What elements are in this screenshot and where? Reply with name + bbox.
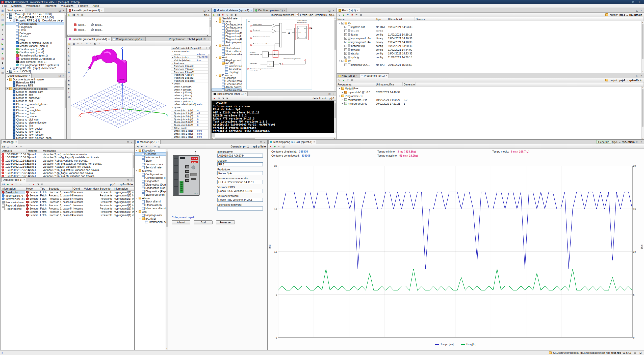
system-monitor-tree-item[interactable]: Generale asse (pow... xyxy=(212,83,242,86)
watch-icon[interactable]: ◨ xyxy=(36,183,40,186)
monitor-icon[interactable]: ▣ xyxy=(1,47,5,51)
chart-plot-area[interactable] xyxy=(278,166,633,338)
expander-icon[interactable]: ▼ xyxy=(338,95,341,97)
settings-tool-icon[interactable]: ▤ xyxy=(67,95,71,98)
documentation-icon[interactable]: ◪ xyxy=(1,66,5,70)
upload-icon[interactable]: ▲ xyxy=(342,13,346,17)
expander-icon[interactable]: ▼ xyxy=(172,83,174,84)
help-button[interactable]: ? xyxy=(296,13,299,16)
overflow-chevron-icon[interactable]: » xyxy=(2,351,3,354)
system-monitor-tree-item[interactable]: Diagnostica (Log) xyxy=(212,35,242,38)
file-checkbox[interactable]: ✓ xyxy=(344,45,347,47)
debugger-info-item[interactable]: Informazioni AF xyxy=(1,194,25,197)
documentation-tree-item[interactable]: Classe rc_axis xyxy=(6,93,66,96)
tab-programs[interactable]: Programmi (prj-1)× xyxy=(359,73,389,78)
myprogram2.r4a[interactable]: ✓myprogram2.r4a binary 19/04/2021 14:10:… xyxy=(337,40,644,44)
monitor-tree-item[interactable]: Stack allarmi xyxy=(135,200,168,203)
debugger-info-item[interactable]: Informazioni OB xyxy=(1,197,25,200)
tab-close-icon[interactable]: × xyxy=(284,9,285,12)
save-icon[interactable]: ◫ xyxy=(6,145,10,148)
file-checkbox[interactable]: ✓ xyxy=(344,37,347,40)
workspace-tree-item[interactable]: ▼rp2-ufficio [TCP/IP 10.0.17.2:8100] xyxy=(6,16,66,19)
refresh-icon[interactable]: ↻ xyxy=(153,145,157,148)
system-monitor-tree-item[interactable]: Riepilogo xyxy=(212,77,242,80)
message-row[interactable]: 10/03/2022 10:36:58 sysm-1 Variabile (?.… xyxy=(1,165,134,168)
scrollbar-vertical[interactable] xyxy=(208,54,210,139)
scrollbar-vertical[interactable]: ▲▼ xyxy=(166,149,168,350)
workspace-tree-item[interactable]: Monitor xyxy=(6,35,66,38)
panel-float-button[interactable]: ◱ xyxy=(328,93,331,95)
file-checkbox[interactable]: ✓ xyxy=(341,22,344,24)
message-row[interactable]: 10/03/2022 10:36:58 sysm-1 Variabile (?.… xyxy=(1,162,134,165)
documentation-tree-item[interactable]: Classe rc_flow_feed xyxy=(6,130,66,133)
debugger-info-item[interactable]: Report di sistema xyxy=(1,204,25,207)
expander-icon[interactable]: ▶ xyxy=(6,70,9,72)
message-row[interactable]: 10/03/2022 10:36:58 sysm-1 Variabile (?.… xyxy=(1,156,134,159)
forward-icon[interactable]: ▶ xyxy=(140,145,144,148)
property-row[interactable]: ▼Offset xyxy=(171,82,210,85)
tab-close-icon[interactable]: × xyxy=(101,9,102,12)
myprogram1.r4a[interactable]: ▶myprogram1.r4a 19/04/2021 14:50:27 2.2 xyxy=(337,98,644,102)
menu-item[interactable]: Finestre xyxy=(76,4,90,8)
device-field-value[interactable]: Robox SpA xyxy=(217,171,263,175)
panel-close-button[interactable]: × xyxy=(640,9,643,12)
search-icon[interactable]: ⊙ xyxy=(19,145,23,148)
file-checkbox[interactable]: ✓ xyxy=(344,33,347,36)
shell-profile-label[interactable]: default, auto xyxy=(313,97,327,100)
panel-close-button[interactable]: × xyxy=(62,9,65,12)
tab-shell[interactable]: Shell comandi (shell-1)× xyxy=(212,92,248,96)
test-page-selector[interactable]: Generale xyxy=(596,140,611,143)
panel-close-button[interactable]: × xyxy=(332,9,335,12)
menu-item[interactable]: Workspace xyxy=(24,4,42,8)
myprogram1.r4a[interactable]: ✓myprogram1.r4a binary 19/04/2021 14:10:… xyxy=(337,36,644,40)
property-row[interactable]: Offset joint 2 (oj2)0.00 xyxy=(171,132,210,135)
refresh-icon[interactable]: ↻ xyxy=(225,13,229,17)
status-layout-icon[interactable]: ▤ xyxy=(633,351,637,354)
breakpoint-row[interactable]: Sempre Fetch Processo 1, passo 94 Nessun… xyxy=(25,200,135,204)
file-checkbox[interactable]: ✓ xyxy=(344,48,347,51)
scrollbar-vertical[interactable]: ▲▼ xyxy=(641,21,644,73)
pause-icon[interactable]: ▮▮ xyxy=(72,13,76,17)
panel-float-button[interactable]: ◱ xyxy=(58,9,61,12)
breakpoint-row[interactable]: Sempre Fetch Processo 1, passo 1 Nessuna… xyxy=(25,204,135,207)
select-tool-icon[interactable]: ▲ xyxy=(67,46,71,50)
panel-close-button[interactable]: × xyxy=(130,179,133,181)
expander-icon[interactable]: ▼ xyxy=(6,88,9,90)
monitor-tree-item[interactable]: Servizi di rete xyxy=(135,166,168,169)
property-row[interactable]: Offset relativi (relOff)Falso xyxy=(171,103,210,106)
layout-icon[interactable]: ▤ xyxy=(40,183,44,186)
expander-icon[interactable]: ▼ xyxy=(136,170,138,172)
refresh-icon[interactable]: ↻ xyxy=(76,13,80,17)
expander-icon[interactable]: ▶ xyxy=(341,103,344,105)
rotate-tool-icon[interactable]: ↻ xyxy=(67,54,71,58)
quick-link-button[interactable]: Power set xyxy=(216,220,235,224)
panel-float-button[interactable]: ◱ xyxy=(126,141,129,143)
property-row[interactable]: Offset X (offsetX) xyxy=(171,85,210,88)
tab-close-icon[interactable]: × xyxy=(29,74,30,77)
programs-table-header[interactable]: Programma Ultima modifica Dimensione xyxy=(337,82,644,86)
tab-close-icon[interactable]: × xyxy=(158,141,159,143)
layout-icon[interactable]: ▤ xyxy=(350,78,354,82)
tab-documentation[interactable]: Documentazione× xyxy=(6,73,32,78)
window-maximize-button[interactable]: □ xyxy=(630,1,636,3)
expander-icon[interactable]: ▼ xyxy=(219,62,221,64)
sync-icon[interactable]: ⇄ xyxy=(354,13,358,17)
workspace-tree-item[interactable]: Pannello grafico (pan-1) xyxy=(6,54,66,57)
system-monitor-tree-item[interactable]: Riepilogo xyxy=(212,71,242,74)
expander-icon[interactable]: ▼ xyxy=(136,150,138,151)
expander-icon[interactable]: ▶ xyxy=(10,67,12,69)
breakpoint-row[interactable]: Sempre Fetch Processo 1, passo 28 Nessun… xyxy=(25,210,135,214)
tab-close-icon[interactable]: × xyxy=(108,38,110,40)
step-over-icon[interactable]: → xyxy=(19,183,23,186)
tab-debugger[interactable]: Debugger (prj-1)× xyxy=(1,178,26,182)
expander-icon[interactable]: ▼ xyxy=(136,211,138,213)
tab-close-icon[interactable]: × xyxy=(314,141,315,143)
tab-close-icon[interactable]: × xyxy=(357,9,358,12)
window-minimize-button[interactable]: ─ xyxy=(623,1,630,3)
monitor-tree-item[interactable]: Informazioni base xyxy=(135,220,168,224)
debugger-info-item[interactable]: Report utente xyxy=(1,207,25,210)
debugger-info-item[interactable]: Breakpoint xyxy=(1,191,25,194)
system-monitor-tree-item[interactable]: ▼Power set xyxy=(212,74,242,77)
download-icon[interactable]: ▼ xyxy=(1,32,5,36)
workspace-tree-item[interactable]: Debugger xyxy=(6,32,66,35)
